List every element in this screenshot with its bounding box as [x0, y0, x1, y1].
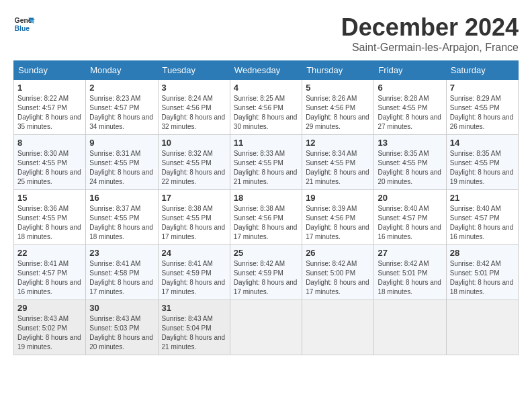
day-info: Sunrise: 8:35 AMSunset: 4:55 PMDaylight:…	[378, 150, 441, 185]
day-cell: 6 Sunrise: 8:28 AMSunset: 4:55 PMDayligh…	[374, 80, 446, 135]
day-number: 27	[378, 248, 442, 258]
week-row-1: 1 Sunrise: 8:22 AMSunset: 4:57 PMDayligh…	[14, 80, 519, 135]
day-info: Sunrise: 8:23 AMSunset: 4:57 PMDaylight:…	[89, 95, 153, 130]
day-number: 17	[162, 193, 226, 203]
day-number: 6	[378, 83, 442, 93]
day-number: 23	[89, 248, 154, 258]
day-number: 31	[162, 303, 226, 313]
day-cell: 17 Sunrise: 8:38 AMSunset: 4:55 PMDaylig…	[158, 190, 230, 245]
day-info: Sunrise: 8:29 AMSunset: 4:55 PMDaylight:…	[450, 95, 514, 130]
day-number: 19	[306, 193, 370, 203]
day-cell	[302, 300, 374, 355]
day-number: 28	[450, 248, 515, 258]
day-info: Sunrise: 8:37 AMSunset: 4:55 PMDaylight:…	[89, 205, 153, 240]
day-cell: 24 Sunrise: 8:41 AMSunset: 4:59 PMDaylig…	[158, 245, 230, 300]
day-cell: 4 Sunrise: 8:25 AMSunset: 4:56 PMDayligh…	[230, 80, 302, 135]
day-number: 10	[162, 138, 226, 148]
day-number: 30	[89, 303, 154, 313]
day-info: Sunrise: 8:32 AMSunset: 4:55 PMDaylight:…	[162, 150, 226, 185]
day-cell: 7 Sunrise: 8:29 AMSunset: 4:55 PMDayligh…	[446, 80, 518, 135]
day-cell: 18 Sunrise: 8:38 AMSunset: 4:56 PMDaylig…	[230, 190, 302, 245]
weekday-header-tuesday: Tuesday	[158, 61, 230, 80]
day-number: 22	[17, 248, 82, 258]
day-cell: 8 Sunrise: 8:30 AMSunset: 4:55 PMDayligh…	[14, 135, 86, 190]
day-cell: 2 Sunrise: 8:23 AMSunset: 4:57 PMDayligh…	[86, 80, 158, 135]
day-number: 3	[162, 83, 226, 93]
day-number: 12	[306, 138, 370, 148]
day-info: Sunrise: 8:33 AMSunset: 4:55 PMDaylight:…	[234, 150, 298, 185]
weekday-header-sunday: Sunday	[14, 61, 86, 80]
day-cell: 22 Sunrise: 8:41 AMSunset: 4:57 PMDaylig…	[14, 245, 86, 300]
day-info: Sunrise: 8:42 AMSunset: 4:59 PMDaylight:…	[234, 260, 298, 295]
day-info: Sunrise: 8:30 AMSunset: 4:55 PMDaylight:…	[17, 150, 81, 185]
day-number: 18	[234, 193, 298, 203]
day-info: Sunrise: 8:43 AMSunset: 5:03 PMDaylight:…	[89, 315, 153, 351]
day-number: 15	[17, 193, 82, 203]
day-number: 24	[162, 248, 226, 258]
logo: General Blue	[13, 13, 35, 35]
day-info: Sunrise: 8:40 AMSunset: 4:57 PMDaylight:…	[450, 205, 514, 240]
day-info: Sunrise: 8:43 AMSunset: 5:02 PMDaylight:…	[17, 315, 81, 351]
day-number: 11	[234, 138, 298, 148]
day-number: 9	[89, 138, 154, 148]
weekday-header-thursday: Thursday	[302, 61, 374, 80]
day-cell: 23 Sunrise: 8:41 AMSunset: 4:58 PMDaylig…	[86, 245, 158, 300]
day-cell: 31 Sunrise: 8:43 AMSunset: 5:04 PMDaylig…	[158, 300, 230, 355]
day-cell	[374, 300, 446, 355]
day-cell	[230, 300, 302, 355]
day-cell: 3 Sunrise: 8:24 AMSunset: 4:56 PMDayligh…	[158, 80, 230, 135]
day-info: Sunrise: 8:40 AMSunset: 4:57 PMDaylight:…	[378, 205, 441, 240]
day-number: 21	[450, 193, 515, 203]
day-cell: 20 Sunrise: 8:40 AMSunset: 4:57 PMDaylig…	[374, 190, 446, 245]
day-cell: 1 Sunrise: 8:22 AMSunset: 4:57 PMDayligh…	[14, 80, 86, 135]
logo-icon: General Blue	[13, 13, 35, 35]
day-number: 25	[234, 248, 298, 258]
day-number: 16	[89, 193, 154, 203]
day-info: Sunrise: 8:43 AMSunset: 5:04 PMDaylight:…	[162, 315, 226, 351]
day-cell: 5 Sunrise: 8:26 AMSunset: 4:56 PMDayligh…	[302, 80, 374, 135]
day-info: Sunrise: 8:42 AMSunset: 5:00 PMDaylight:…	[306, 260, 369, 295]
day-info: Sunrise: 8:39 AMSunset: 4:56 PMDaylight:…	[306, 205, 369, 240]
day-number: 29	[17, 303, 82, 313]
day-cell: 30 Sunrise: 8:43 AMSunset: 5:03 PMDaylig…	[86, 300, 158, 355]
svg-text:Blue: Blue	[15, 25, 30, 32]
day-cell: 10 Sunrise: 8:32 AMSunset: 4:55 PMDaylig…	[158, 135, 230, 190]
week-row-5: 29 Sunrise: 8:43 AMSunset: 5:02 PMDaylig…	[14, 300, 519, 355]
day-cell: 13 Sunrise: 8:35 AMSunset: 4:55 PMDaylig…	[374, 135, 446, 190]
day-cell	[446, 300, 518, 355]
day-number: 1	[17, 83, 82, 93]
day-cell: 21 Sunrise: 8:40 AMSunset: 4:57 PMDaylig…	[446, 190, 518, 245]
day-info: Sunrise: 8:41 AMSunset: 4:57 PMDaylight:…	[17, 260, 81, 295]
day-info: Sunrise: 8:34 AMSunset: 4:55 PMDaylight:…	[306, 150, 369, 185]
day-number: 20	[378, 193, 442, 203]
day-info: Sunrise: 8:42 AMSunset: 5:01 PMDaylight:…	[378, 260, 441, 295]
weekday-header-friday: Friday	[374, 61, 446, 80]
week-row-2: 8 Sunrise: 8:30 AMSunset: 4:55 PMDayligh…	[14, 135, 519, 190]
day-info: Sunrise: 8:26 AMSunset: 4:56 PMDaylight:…	[306, 95, 369, 130]
day-cell: 28 Sunrise: 8:42 AMSunset: 5:01 PMDaylig…	[446, 245, 518, 300]
day-number: 26	[306, 248, 370, 258]
day-number: 14	[450, 138, 515, 148]
day-number: 2	[89, 83, 154, 93]
day-cell: 15 Sunrise: 8:36 AMSunset: 4:55 PMDaylig…	[14, 190, 86, 245]
week-row-4: 22 Sunrise: 8:41 AMSunset: 4:57 PMDaylig…	[14, 245, 519, 300]
day-cell: 19 Sunrise: 8:39 AMSunset: 4:56 PMDaylig…	[302, 190, 374, 245]
day-cell: 27 Sunrise: 8:42 AMSunset: 5:01 PMDaylig…	[374, 245, 446, 300]
day-info: Sunrise: 8:31 AMSunset: 4:55 PMDaylight:…	[89, 150, 153, 185]
day-cell: 16 Sunrise: 8:37 AMSunset: 4:55 PMDaylig…	[86, 190, 158, 245]
weekday-header-saturday: Saturday	[446, 61, 518, 80]
day-info: Sunrise: 8:35 AMSunset: 4:55 PMDaylight:…	[450, 150, 514, 185]
day-cell: 11 Sunrise: 8:33 AMSunset: 4:55 PMDaylig…	[230, 135, 302, 190]
day-cell: 9 Sunrise: 8:31 AMSunset: 4:55 PMDayligh…	[86, 135, 158, 190]
day-number: 13	[378, 138, 442, 148]
day-cell: 25 Sunrise: 8:42 AMSunset: 4:59 PMDaylig…	[230, 245, 302, 300]
day-info: Sunrise: 8:41 AMSunset: 4:58 PMDaylight:…	[89, 260, 153, 295]
day-cell: 12 Sunrise: 8:34 AMSunset: 4:55 PMDaylig…	[302, 135, 374, 190]
title-block: December 2024 Saint-Germain-les-Arpajon,…	[341, 13, 519, 54]
day-info: Sunrise: 8:42 AMSunset: 5:01 PMDaylight:…	[450, 260, 514, 295]
day-info: Sunrise: 8:28 AMSunset: 4:55 PMDaylight:…	[378, 95, 441, 130]
weekday-header-monday: Monday	[86, 61, 158, 80]
day-info: Sunrise: 8:36 AMSunset: 4:55 PMDaylight:…	[17, 205, 81, 240]
day-number: 4	[234, 83, 298, 93]
day-number: 5	[306, 83, 370, 93]
